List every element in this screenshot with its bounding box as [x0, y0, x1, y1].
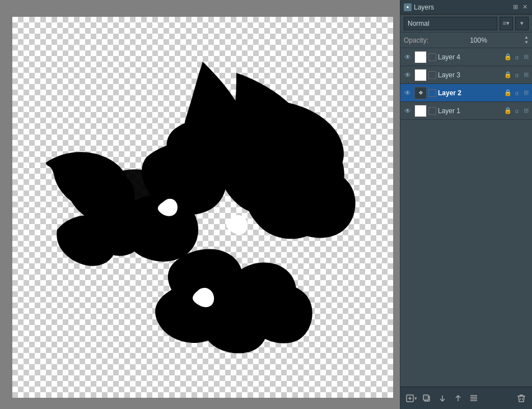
opacity-value[interactable]: 100% — [433, 36, 524, 44]
channel-icon-layer4[interactable]: ⊞ — [522, 53, 530, 61]
anchor-layer-button[interactable] — [468, 392, 480, 405]
lock-icon-layer1[interactable]: 🔒 — [504, 107, 512, 114]
layers-panel: ● Layers ⊞ ✕ Normal Dissolve Multiply Sc… — [400, 0, 532, 409]
delete-layer-button[interactable] — [515, 392, 528, 405]
layer-thumbnail-layer3 — [414, 69, 427, 81]
layer-item-layer4[interactable]: 👁 Layer 4 🔒 α ⊞ — [400, 48, 532, 66]
blend-mode-select[interactable]: Normal Dissolve Multiply Screen Overlay — [404, 17, 497, 30]
layer-actions-layer1: 🔒 α ⊞ — [504, 107, 530, 114]
layer-item-layer2[interactable]: 👁 ❖ Layer 2 🔒 α ⊞ — [400, 84, 532, 102]
channel-icon-layer1[interactable]: ⊞ — [522, 107, 530, 114]
artwork-svg — [12, 17, 393, 398]
layer-item-layer1[interactable]: 👁 Layer 1 🔒 α ⊞ — [400, 102, 532, 120]
new-layer-dropdown[interactable]: ▾ — [414, 396, 417, 401]
duplicate-layer-button[interactable] — [421, 392, 433, 405]
layer-visibility-layer3[interactable]: 👁 — [403, 70, 413, 80]
lock-icon-layer3[interactable]: 🔒 — [504, 71, 512, 78]
layer-chain-layer3[interactable] — [428, 71, 436, 79]
layer-chain-layer1[interactable] — [428, 107, 436, 115]
layer-visibility-layer2[interactable]: 👁 — [403, 88, 413, 98]
layer-thumbnail-layer4 — [414, 51, 427, 63]
layers-bottom-toolbar: ▾ — [400, 387, 532, 409]
layer-chain-layer2[interactable] — [428, 89, 436, 97]
layer-item-layer3[interactable]: 👁 Layer 3 🔒 α ⊞ — [400, 66, 532, 84]
mode-bar: Normal Dissolve Multiply Screen Overlay … — [400, 15, 532, 32]
layer-chain-layer4[interactable] — [428, 53, 436, 61]
alpha-icon-layer3[interactable]: α — [513, 72, 521, 78]
close-button[interactable]: ✕ — [521, 3, 529, 11]
canvas-area — [0, 0, 400, 409]
layer-visibility-layer1[interactable]: 👁 — [403, 106, 413, 116]
layer-thumbnail-layer2: ❖ — [414, 87, 427, 99]
opacity-down[interactable]: ▼ — [524, 40, 529, 45]
layer-actions-layer2: 🔒 α ⊞ — [504, 89, 530, 96]
pin-button[interactable]: ⊞ — [512, 3, 519, 11]
layer-thumbnail-layer1 — [414, 105, 427, 117]
layer2-thumb-icon: ❖ — [418, 90, 423, 96]
new-layer-button[interactable]: ▾ — [405, 392, 417, 405]
layers-panel-icon: ● — [404, 3, 412, 11]
alpha-icon-layer4[interactable]: α — [513, 54, 521, 61]
channel-icon-layer3[interactable]: ⊞ — [522, 71, 530, 78]
move-layer-down-button[interactable] — [436, 392, 449, 405]
layer-actions-layer4: 🔒 α ⊞ — [504, 53, 530, 61]
opacity-up[interactable]: ▲ — [524, 35, 529, 40]
filter-button[interactable]: ≡▾ — [500, 17, 513, 30]
channel-icon-layer2[interactable]: ⊞ — [522, 89, 530, 96]
alpha-icon-layer1[interactable]: α — [513, 108, 521, 114]
opacity-label: Opacity: — [404, 36, 428, 44]
canvas-wrapper — [12, 17, 393, 398]
layers-title-bar: ● Layers ⊞ ✕ — [400, 0, 532, 15]
opacity-spinner[interactable]: ▲ ▼ — [524, 35, 529, 45]
lock-icon-layer2[interactable]: 🔒 — [504, 89, 512, 96]
layer-visibility-layer4[interactable]: 👁 — [403, 52, 413, 62]
layer-name-layer4[interactable]: Layer 4 — [438, 53, 502, 61]
layer-list: 👁 Layer 4 🔒 α ⊞ 👁 Layer 3 🔒 α ⊞ — [400, 48, 532, 387]
layers-title-actions: ⊞ ✕ — [512, 3, 529, 11]
svg-rect-4 — [423, 395, 428, 400]
opacity-bar: Opacity: 100% ▲ ▼ — [400, 32, 532, 48]
options-button[interactable]: ▾ — [515, 17, 529, 30]
canvas-background[interactable] — [12, 17, 393, 398]
layer-actions-layer3: 🔒 α ⊞ — [504, 71, 530, 78]
layers-title: Layers — [414, 3, 512, 11]
layer-name-layer1[interactable]: Layer 1 — [438, 107, 502, 115]
alpha-icon-layer2[interactable]: α — [513, 90, 521, 96]
layer-name-layer2[interactable]: Layer 2 — [438, 89, 502, 97]
layer-tools: ▾ — [405, 392, 480, 405]
move-layer-up-button[interactable] — [452, 392, 464, 405]
lock-icon-layer4[interactable]: 🔒 — [504, 53, 512, 61]
layer-name-layer3[interactable]: Layer 3 — [438, 71, 502, 79]
